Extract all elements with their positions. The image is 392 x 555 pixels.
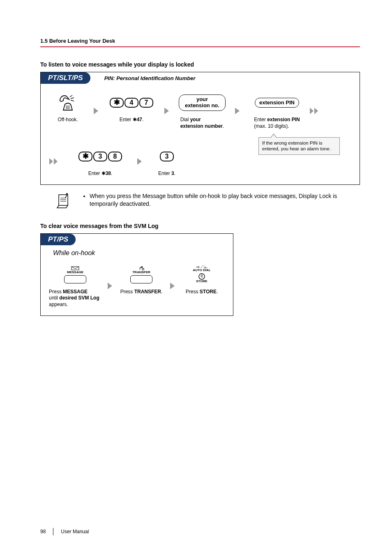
page-footer: 98 User Manual bbox=[40, 528, 89, 535]
extension-pin-pill: extension PIN bbox=[255, 98, 299, 108]
svg-point-3 bbox=[199, 274, 205, 279]
press-message-caption: Press MESSAGE until desired SVM Log appe… bbox=[49, 289, 99, 308]
autodial-store-button-icon: AUTO DIAL STORE bbox=[193, 265, 210, 284]
key-4: 4 bbox=[125, 98, 138, 108]
note-icon bbox=[53, 191, 75, 210]
section-header: 1.5 Before Leaving Your Desk bbox=[40, 38, 360, 44]
wrap-arrow-icon bbox=[309, 100, 319, 122]
arrow-icon bbox=[107, 275, 113, 297]
proc2-box: PT/PS While on-hook MESSAGE Pre bbox=[40, 233, 233, 316]
key-star: ✱ bbox=[78, 152, 92, 161]
offhook-icon bbox=[58, 92, 78, 113]
key-8: 8 bbox=[108, 152, 122, 161]
header-rule bbox=[40, 46, 360, 47]
page-number: 98 bbox=[40, 529, 46, 534]
keys-star47: ✱47 bbox=[109, 92, 154, 113]
arrow-icon bbox=[170, 275, 175, 297]
enter-pin-caption: Enter extension PIN(max. 10 digits). bbox=[254, 117, 300, 129]
message-button-icon: MESSAGE bbox=[64, 266, 86, 283]
proc1-badge: PT/SLT/PS bbox=[41, 72, 90, 84]
svg-point-0 bbox=[66, 193, 68, 195]
arrow-icon bbox=[137, 151, 143, 172]
arrow-icon bbox=[93, 100, 99, 122]
svg-rect-4 bbox=[201, 275, 203, 277]
proc1-heading: To listen to voice messages while your d… bbox=[40, 61, 360, 68]
footer-label: User Manual bbox=[61, 529, 89, 534]
key-3-solo: 3 bbox=[159, 146, 174, 167]
key-star: ✱ bbox=[110, 98, 124, 108]
keys-star38: ✱38 bbox=[78, 146, 122, 167]
proc2-badge: PT/PS bbox=[41, 234, 76, 245]
press-store-caption: Press STORE. bbox=[186, 289, 218, 295]
press-transfer-caption: Press TRANSFER. bbox=[120, 289, 163, 295]
offhook-caption: Off-hook. bbox=[58, 117, 78, 123]
while-on-hook: While on-hook bbox=[41, 245, 233, 258]
key-3: 3 bbox=[160, 152, 174, 161]
pin-tip-callout: If the wrong extension PIN isentered, yo… bbox=[258, 137, 340, 155]
note-text: When you press the Message button while … bbox=[82, 191, 360, 208]
wrap-arrow-icon bbox=[49, 151, 59, 172]
dial-ext-caption: Dial yourextension number. bbox=[180, 117, 224, 129]
pin-definition: PIN: Personal Identification Number bbox=[104, 75, 196, 81]
enter-47-caption: Enter ✱47. bbox=[120, 117, 144, 123]
transfer-button-icon: TRANSFER bbox=[130, 266, 152, 283]
arrow-icon bbox=[164, 100, 170, 122]
key-3: 3 bbox=[93, 152, 107, 161]
key-7: 7 bbox=[139, 98, 153, 108]
extension-no-pill: yourextension no. bbox=[179, 94, 226, 111]
arrow-icon bbox=[235, 100, 240, 122]
enter-38-caption: Enter ✱38. bbox=[88, 170, 113, 177]
svg-rect-2 bbox=[142, 268, 144, 270]
proc1-box: PT/SLT/PS PIN: Personal Identification N… bbox=[40, 72, 360, 185]
enter-3-caption: Enter 3. bbox=[158, 170, 175, 177]
proc2-heading: To clear voice messages from the SVM Log bbox=[40, 223, 360, 229]
